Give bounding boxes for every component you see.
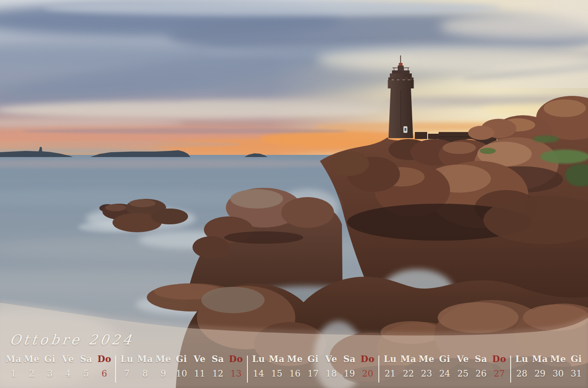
day-of-week-label: Sa bbox=[77, 355, 95, 363]
day-number: 2 bbox=[22, 369, 40, 378]
week-divider bbox=[115, 355, 116, 383]
calendar-day: Sa12 bbox=[209, 355, 227, 378]
day-of-week-label: Gi bbox=[567, 355, 585, 363]
day-of-week-label: Do bbox=[359, 355, 377, 363]
calendar-day: Lu28 bbox=[513, 355, 531, 378]
day-of-week-label: Lu bbox=[381, 355, 399, 363]
week-divider bbox=[247, 355, 248, 383]
day-number: 19 bbox=[340, 369, 358, 378]
day-number: 9 bbox=[154, 369, 172, 378]
day-number: 23 bbox=[417, 369, 436, 378]
day-of-week-label: Lu bbox=[118, 355, 136, 363]
day-of-week-label: Ve bbox=[59, 355, 77, 363]
day-number: 3 bbox=[41, 369, 59, 378]
calendar-day: Gi24 bbox=[436, 355, 454, 378]
day-of-week-label: Me bbox=[549, 355, 567, 363]
day-number: 13 bbox=[227, 369, 245, 378]
calendar-day: Ma8 bbox=[136, 355, 154, 378]
day-number: 30 bbox=[549, 369, 567, 378]
day-of-week-label: Sa bbox=[472, 355, 490, 363]
calendar-day: Ma29 bbox=[531, 355, 549, 378]
calendar-day: Ma15 bbox=[268, 355, 286, 378]
calendar-day: Gi17 bbox=[304, 355, 322, 378]
day-number: 12 bbox=[209, 369, 227, 378]
day-number: 10 bbox=[172, 369, 190, 378]
calendar-day: Do13 bbox=[227, 355, 245, 378]
calendar-week: Lu21Ma22Me23Gi24Ve25Sa26Do27 bbox=[381, 355, 508, 378]
day-number: 22 bbox=[399, 369, 417, 378]
calendar-day: Ma1 bbox=[4, 355, 22, 378]
calendar-day: Me9 bbox=[154, 355, 172, 378]
day-number: 20 bbox=[359, 369, 377, 378]
calendar-day: Me16 bbox=[286, 355, 304, 378]
calendar-week: Lu14Ma15Me16Gi17Ve18Sa19Do20 bbox=[250, 355, 377, 378]
calendar-day: Me2 bbox=[22, 355, 40, 378]
day-of-week-label: Ma bbox=[4, 355, 22, 363]
calendar-day: Do27 bbox=[490, 355, 508, 378]
day-number: 4 bbox=[59, 369, 77, 378]
calendar-day: Do20 bbox=[359, 355, 377, 378]
day-of-week-label: Ve bbox=[191, 355, 209, 363]
calendar-grid: Ma1Me2Gi3Ve4Sa5Do6Lu7Ma8Me9Gi10Ve11Sa12D… bbox=[4, 355, 585, 383]
day-number: 15 bbox=[268, 369, 286, 378]
calendar-day: Ve4 bbox=[59, 355, 77, 378]
calendar-day: Do6 bbox=[95, 355, 113, 378]
day-of-week-label: Me bbox=[154, 355, 172, 363]
day-number: 8 bbox=[136, 369, 154, 378]
day-number: 21 bbox=[381, 369, 399, 378]
calendar-week: Lu28Ma29Me30Gi31 bbox=[513, 355, 585, 378]
day-of-week-label: Ma bbox=[268, 355, 286, 363]
day-number: 17 bbox=[304, 369, 322, 378]
calendar-day: Gi3 bbox=[41, 355, 59, 378]
day-of-week-label: Lu bbox=[250, 355, 268, 363]
calendar-day: Lu14 bbox=[250, 355, 268, 378]
day-number: 11 bbox=[191, 369, 209, 378]
day-of-week-label: Me bbox=[417, 355, 436, 363]
day-number: 16 bbox=[286, 369, 304, 378]
calendar-day: Sa5 bbox=[77, 355, 95, 378]
day-number: 6 bbox=[95, 369, 113, 378]
day-of-week-label: Do bbox=[490, 355, 508, 363]
seascape-photo bbox=[0, 0, 588, 388]
calendar-day: Ve25 bbox=[454, 355, 472, 378]
day-of-week-label: Gi bbox=[436, 355, 454, 363]
calendar-day: Lu21 bbox=[381, 355, 399, 378]
day-number: 27 bbox=[490, 369, 508, 378]
day-of-week-label: Ve bbox=[322, 355, 340, 363]
day-number: 31 bbox=[567, 369, 585, 378]
day-of-week-label: Ma bbox=[531, 355, 549, 363]
calendar-day: Ma22 bbox=[399, 355, 417, 378]
day-number: 18 bbox=[322, 369, 340, 378]
day-of-week-label: Do bbox=[95, 355, 113, 363]
calendar-day: Sa26 bbox=[472, 355, 490, 378]
day-number: 26 bbox=[472, 369, 490, 378]
calendar-week: Lu7Ma8Me9Gi10Ve11Sa12Do13 bbox=[118, 355, 245, 378]
day-number: 24 bbox=[436, 369, 454, 378]
day-of-week-label: Ma bbox=[399, 355, 417, 363]
day-of-week-label: Sa bbox=[209, 355, 227, 363]
day-of-week-label: Me bbox=[286, 355, 304, 363]
day-of-week-label: Me bbox=[22, 355, 40, 363]
calendar-title: Ottobre 2024 bbox=[9, 332, 135, 348]
day-number: 7 bbox=[118, 369, 136, 378]
day-number: 28 bbox=[513, 369, 531, 378]
day-of-week-label: Gi bbox=[304, 355, 322, 363]
calendar-day: Me30 bbox=[549, 355, 567, 378]
day-number: 25 bbox=[454, 369, 472, 378]
day-of-week-label: Lu bbox=[513, 355, 531, 363]
calendar-day: Sa19 bbox=[340, 355, 358, 378]
day-number: 29 bbox=[531, 369, 549, 378]
week-divider bbox=[510, 355, 511, 383]
day-of-week-label: Gi bbox=[172, 355, 190, 363]
day-of-week-label: Gi bbox=[41, 355, 59, 363]
calendar-day: Gi10 bbox=[172, 355, 190, 378]
week-divider bbox=[378, 355, 379, 383]
day-number: 14 bbox=[250, 369, 268, 378]
calendar-week: Ma1Me2Gi3Ve4Sa5Do6 bbox=[4, 355, 113, 378]
calendar-day: Ve18 bbox=[322, 355, 340, 378]
day-of-week-label: Do bbox=[227, 355, 245, 363]
day-number: 1 bbox=[4, 369, 22, 378]
calendar-day: Ve11 bbox=[191, 355, 209, 378]
calendar-day: Me23 bbox=[417, 355, 436, 378]
island-lighthouse bbox=[40, 147, 41, 152]
